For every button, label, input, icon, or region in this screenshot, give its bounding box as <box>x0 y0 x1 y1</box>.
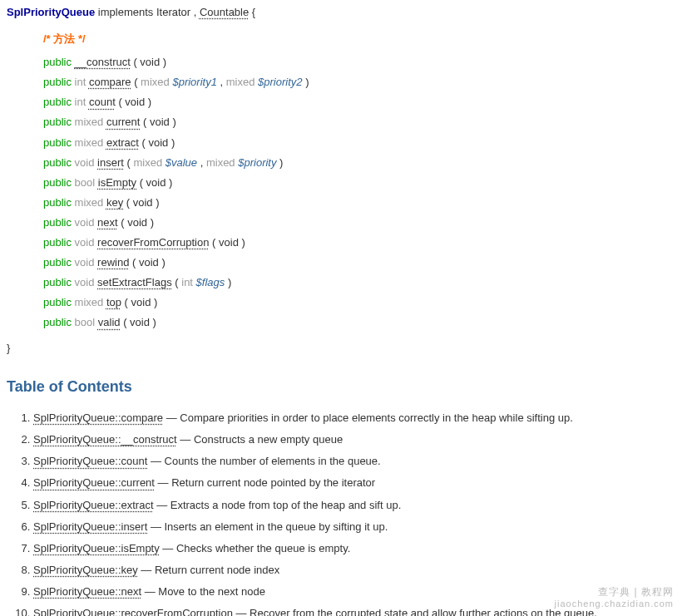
implements-keyword: implements Iterator , <box>98 6 200 18</box>
return-type: void <box>75 236 95 249</box>
method-line: public mixed current ( void ) <box>43 113 675 131</box>
method-params: ( void ) <box>126 196 160 209</box>
toc-item: SplPriorityQueue::key — Return current n… <box>33 561 675 579</box>
method-modifier: public <box>43 256 72 269</box>
toc-link[interactable]: SplPriorityQueue::recoverFromCorruption <box>33 607 233 616</box>
method-modifier: public <box>43 156 72 169</box>
toc-desc: — Move to the next node <box>141 585 265 598</box>
method-modifier: public <box>43 116 72 128</box>
param-type: mixed <box>141 76 170 88</box>
method-line: public mixed key ( void ) <box>43 194 675 212</box>
method-name-link[interactable]: valid <box>98 316 121 328</box>
method-modifier: public <box>43 136 72 149</box>
method-line: public mixed top ( void ) <box>43 293 675 312</box>
toc-desc: — Checks whether the queue is empty. <box>160 542 351 554</box>
method-line: public bool valid ( void ) <box>43 313 675 332</box>
method-modifier: public <box>43 96 72 108</box>
class-name: SplPriorityQueue <box>7 6 95 18</box>
return-type: bool <box>75 176 96 189</box>
brace-open: { <box>252 6 255 18</box>
method-line: public bool isEmpty ( void ) <box>43 174 675 192</box>
methods-block: /* 方法 */ public __construct ( void )publ… <box>43 30 675 332</box>
method-name-link[interactable]: extract <box>106 136 139 149</box>
method-modifier: public <box>43 296 72 308</box>
return-type: mixed <box>75 196 104 209</box>
param-type: mixed <box>206 156 235 169</box>
param-type: int <box>181 276 193 288</box>
return-type: int <box>75 76 86 88</box>
toc-link[interactable]: SplPriorityQueue::next <box>33 585 141 598</box>
param-name: $flags <box>196 276 225 288</box>
method-name-link[interactable]: insert <box>97 156 124 169</box>
method-name-link[interactable]: __construct <box>75 56 131 68</box>
method-name-link[interactable]: count <box>89 96 116 108</box>
method-line: public void next ( void ) <box>43 214 675 232</box>
method-params: ( void ) <box>132 256 166 269</box>
method-line: public mixed extract ( void ) <box>43 134 675 152</box>
param-name: $value <box>166 156 197 169</box>
toc-item: SplPriorityQueue::insert — Inserts an el… <box>33 518 675 536</box>
method-name-link[interactable]: next <box>97 216 118 229</box>
method-name-link[interactable]: setExtractFlags <box>97 276 172 288</box>
return-type: mixed <box>75 116 104 128</box>
method-line: public __construct ( void ) <box>43 53 675 71</box>
toc-list: SplPriorityQueue::compare — Compare prio… <box>7 409 675 616</box>
method-modifier: public <box>43 216 72 229</box>
method-line: public void rewind ( void ) <box>43 254 675 272</box>
toc-desc: — Compare priorities in order to place e… <box>163 411 573 424</box>
return-type: mixed <box>75 296 104 308</box>
toc-link[interactable]: SplPriorityQueue::extract <box>33 499 154 511</box>
return-type: void <box>75 276 95 288</box>
method-line: public void insert ( mixed $value , mixe… <box>43 154 675 172</box>
method-params: ( void ) <box>142 136 175 149</box>
toc-link[interactable]: SplPriorityQueue::current <box>33 476 155 489</box>
return-type: void <box>75 156 95 169</box>
toc-item: SplPriorityQueue::extract — Extracts a n… <box>33 496 675 515</box>
methods-comment: /* 方法 */ <box>43 30 675 48</box>
method-params: ( void ) <box>133 56 166 68</box>
method-name-link[interactable]: rewind <box>97 256 129 269</box>
toc-link[interactable]: SplPriorityQueue::insert <box>33 520 147 533</box>
toc-item: SplPriorityQueue::count — Counts the num… <box>33 452 675 471</box>
toc-desc: — Counts the number of elements in the q… <box>147 455 380 467</box>
toc-link[interactable]: SplPriorityQueue::compare <box>33 411 163 424</box>
method-modifier: public <box>43 196 72 209</box>
method-params: ( void ) <box>140 176 173 189</box>
toc-item: SplPriorityQueue::isEmpty — Checks wheth… <box>33 540 675 558</box>
method-name-link[interactable]: compare <box>89 76 131 88</box>
method-name-link[interactable]: top <box>106 296 121 308</box>
toc-desc: — Constructs a new empty queue <box>177 433 343 446</box>
param-name: $priority1 <box>172 76 216 88</box>
toc-heading: Table of Contents <box>7 374 675 400</box>
toc-link[interactable]: SplPriorityQueue::__construct <box>33 433 177 446</box>
method-name-link[interactable]: recoverFromCorruption <box>97 236 209 249</box>
method-name-link[interactable]: key <box>106 196 123 209</box>
param-type: mixed <box>133 156 162 169</box>
param-type: mixed <box>226 76 255 88</box>
return-type: mixed <box>75 136 104 149</box>
method-modifier: public <box>43 276 72 288</box>
toc-desc: — Recover from the corrupted state and a… <box>233 607 597 616</box>
method-modifier: public <box>43 76 72 88</box>
method-line: public void setExtractFlags ( int $flags… <box>43 274 675 292</box>
method-params: ( void ) <box>212 236 245 249</box>
method-name-link[interactable]: isEmpty <box>98 176 136 189</box>
return-type: int <box>75 96 86 108</box>
watermark-line1: 查字典 | 教程网 <box>555 586 674 598</box>
method-params: ( void ) <box>121 216 154 229</box>
return-type: void <box>75 256 95 269</box>
return-type: bool <box>75 316 96 328</box>
toc-desc: — Return current node index <box>138 564 280 576</box>
method-modifier: public <box>43 316 72 328</box>
method-name-link[interactable]: current <box>106 116 140 128</box>
toc-link[interactable]: SplPriorityQueue::key <box>33 564 138 576</box>
watermark-line2: jiaocheng.chazidian.com <box>555 599 674 609</box>
class-synopsis: SplPriorityQueue implements Iterator , C… <box>7 3 675 357</box>
method-modifier: public <box>43 236 72 249</box>
return-type: void <box>75 216 95 229</box>
toc-link[interactable]: SplPriorityQueue::isEmpty <box>33 542 160 554</box>
toc-item: SplPriorityQueue::current — Return curre… <box>33 474 675 492</box>
toc-link[interactable]: SplPriorityQueue::count <box>33 455 147 467</box>
toc-desc: — Inserts an element in the queue by sif… <box>147 520 388 533</box>
countable-link[interactable]: Countable <box>200 6 249 18</box>
